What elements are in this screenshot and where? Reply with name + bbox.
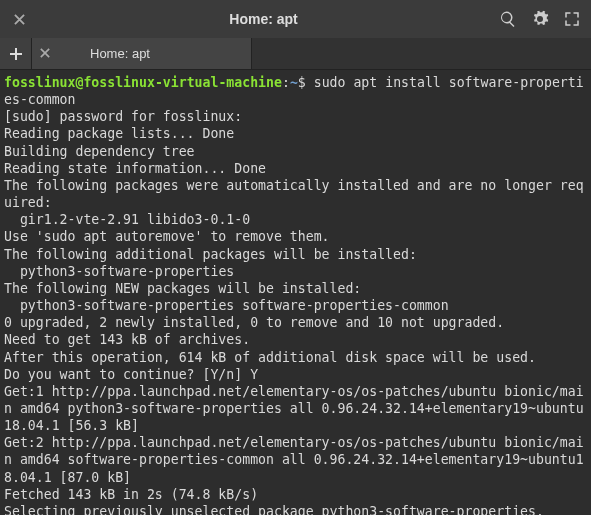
prompt-colon: :	[282, 75, 290, 90]
output-line: Use 'sudo apt autoremove' to remove them…	[4, 229, 330, 244]
output-line: Get:2 http://ppa.launchpad.net/elementar…	[4, 435, 584, 484]
close-icon	[14, 14, 25, 25]
output-line: The following NEW packages will be insta…	[4, 281, 361, 296]
output-line: Fetched 143 kB in 2s (74.8 kB/s)	[4, 487, 258, 502]
titlebar: Home: apt	[0, 0, 591, 38]
new-tab-button[interactable]	[0, 38, 32, 69]
tab-home-apt[interactable]: Home: apt	[32, 38, 252, 69]
output-line: Reading state information... Done	[4, 161, 266, 176]
prompt-user: fosslinux	[4, 75, 75, 90]
output-line: Do you want to continue? [Y/n] Y	[4, 367, 258, 382]
output-line: The following packages were automaticall…	[4, 178, 584, 210]
prompt-host: fosslinux-virtual-machine	[83, 75, 282, 90]
terminal-output[interactable]: fosslinux@fosslinux-virtual-machine:~$ s…	[0, 70, 591, 515]
output-line: python3-software-properties software-pro…	[4, 298, 449, 313]
tab-bar: Home: apt	[0, 38, 591, 70]
output-line: gir1.2-vte-2.91 libido3-0.1-0	[4, 212, 250, 227]
output-line: The following additional packages will b…	[4, 247, 417, 262]
output-line: Need to get 143 kB of archives.	[4, 332, 250, 347]
titlebar-actions	[499, 10, 581, 28]
output-line: Reading package lists... Done	[4, 126, 234, 141]
output-line: 0 upgraded, 2 newly installed, 0 to remo…	[4, 315, 504, 330]
window-close-button[interactable]	[10, 10, 28, 28]
tab-label: Home: apt	[90, 46, 150, 61]
prompt-symbol: $	[298, 75, 306, 90]
output-line: Building dependency tree	[4, 144, 195, 159]
gear-icon[interactable]	[531, 10, 549, 28]
output-line: Get:1 http://ppa.launchpad.net/elementar…	[4, 384, 584, 433]
search-icon[interactable]	[499, 10, 517, 28]
prompt-path: ~	[290, 75, 298, 90]
plus-icon	[10, 48, 22, 60]
close-icon	[40, 48, 50, 58]
tab-close-button[interactable]	[40, 46, 50, 61]
maximize-icon[interactable]	[563, 10, 581, 28]
output-line: Selecting previously unselected package …	[4, 504, 544, 515]
output-line: python3-software-properties	[4, 264, 234, 279]
output-line: After this operation, 614 kB of addition…	[4, 350, 536, 365]
output-line: [sudo] password for fosslinux:	[4, 109, 242, 124]
window-title: Home: apt	[28, 11, 499, 27]
